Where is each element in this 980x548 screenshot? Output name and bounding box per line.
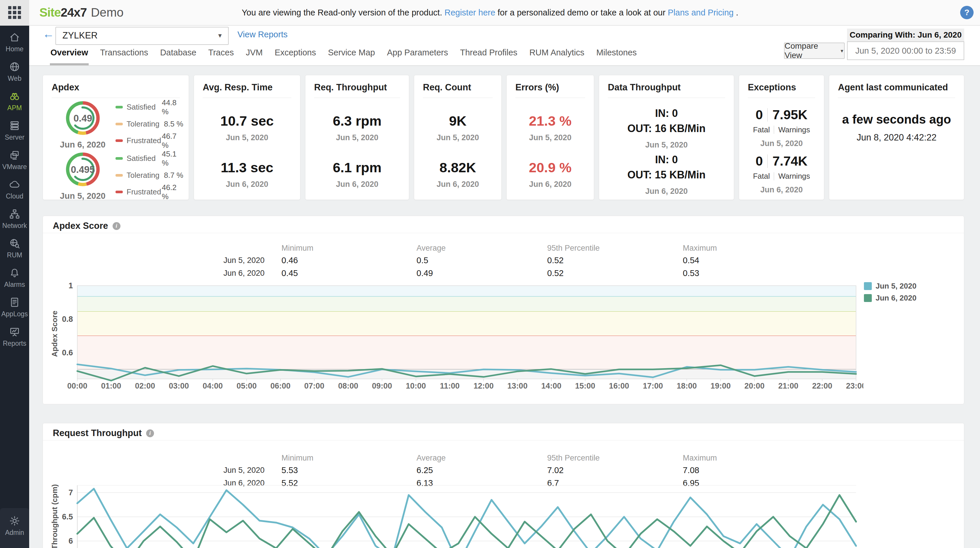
rum-icon: [9, 238, 21, 249]
row-label: Jun 5, 2020: [215, 256, 264, 265]
table-value: 0.49: [417, 268, 433, 278]
compare-view-button[interactable]: Compare View▼: [784, 43, 845, 59]
tab-rum-analytics[interactable]: RUM Analytics: [529, 48, 585, 65]
tab-milestones[interactable]: Milestones: [596, 48, 637, 65]
svg-text:00:00: 00:00: [67, 381, 87, 390]
req-throughput-card: Req. Throughput 6.3 rpmJun 5, 2020 6.1 r…: [305, 75, 409, 200]
tab-database[interactable]: Database: [159, 48, 197, 65]
sidebar-item-reports[interactable]: Reports: [0, 322, 29, 351]
col-header-95th: 95th Percentile: [547, 244, 600, 253]
svg-text:20:00: 20:00: [745, 381, 764, 390]
sidebar-item-cloud[interactable]: Cloud: [0, 175, 29, 204]
metric-value: 10.7 sec: [221, 113, 274, 129]
tab-app-parameters[interactable]: App Parameters: [387, 48, 449, 65]
apdex-card: Apdex 0.49 Jun 6, 2020 Satisfied44.8 % T…: [43, 75, 189, 200]
tab-exceptions[interactable]: Exceptions: [274, 48, 317, 65]
svg-text:10:00: 10:00: [406, 381, 426, 390]
svg-text:15:00: 15:00: [575, 381, 595, 390]
svg-text:12:00: 12:00: [474, 381, 494, 390]
metric-value: 6.1 rpm: [333, 159, 382, 175]
metric-date: Jun 6, 2020: [226, 180, 268, 189]
plans-pricing-link[interactable]: Plans and Pricing: [668, 8, 734, 17]
sidebar-item-network[interactable]: Network: [0, 204, 29, 233]
table-value: 0.46: [282, 256, 298, 265]
svg-text:08:00: 08:00: [338, 381, 358, 390]
table-value: 7.08: [683, 465, 699, 475]
satisfied-swatch: [116, 157, 123, 160]
admin-gear-icon: [9, 515, 21, 527]
apm-binoculars-icon: [9, 91, 21, 102]
apdex-chart-legend: Jun 5, 2020 Jun 6, 2020: [864, 281, 916, 305]
comparing-with-label: Comparing With: Jun 6, 2020: [847, 29, 964, 41]
sidebar-item-alarms[interactable]: Alarms: [0, 263, 29, 292]
time-range-picker[interactable]: Jun 5, 2020 00:00 to 23:59: [847, 41, 964, 60]
site24x7-logo[interactable]: Site24x7 Demo: [40, 0, 124, 25]
help-icon[interactable]: ?: [960, 6, 974, 19]
tab-bar: Overview Transactions Database Traces JV…: [50, 48, 637, 65]
apps-grid-button[interactable]: [0, 0, 29, 25]
sidebar-item-rum[interactable]: RUM: [0, 233, 29, 263]
card-title: Avg. Resp. Time: [203, 82, 291, 93]
row-label: Jun 5, 2020: [215, 466, 264, 475]
apps-grid-icon: [8, 6, 21, 19]
legend-item-jun6[interactable]: Jun 6, 2020: [864, 294, 916, 303]
col-header-minimum: Minimum: [282, 454, 313, 462]
server-icon: [9, 120, 21, 132]
tab-transactions[interactable]: Transactions: [99, 48, 149, 65]
svg-text:09:00: 09:00: [372, 381, 392, 390]
tolerating-swatch: [116, 174, 123, 176]
table-value: 6.25: [417, 465, 433, 475]
exceptions-card: Exceptions 07.95K FatalWarnings Jun 5, 2…: [739, 75, 824, 200]
application-selector[interactable]: ZYLKER ▼: [56, 27, 229, 45]
svg-text:0.49: 0.49: [73, 113, 92, 124]
svg-text:02:00: 02:00: [135, 381, 155, 390]
table-value: 7.02: [547, 465, 563, 475]
legend-item-jun5[interactable]: Jun 5, 2020: [864, 281, 916, 291]
tab-thread-profiles[interactable]: Thread Profiles: [460, 48, 518, 65]
svg-text:22:00: 22:00: [812, 381, 832, 390]
satisfied-swatch: [116, 106, 123, 108]
sidebar-item-web[interactable]: Web: [0, 57, 29, 86]
legend-swatch: [864, 294, 872, 302]
agent-timestamp: Jun 8, 2020 4:42:22: [829, 132, 964, 143]
tab-traces[interactable]: Traces: [208, 48, 234, 65]
tab-overview[interactable]: Overview: [50, 48, 89, 65]
col-header-minimum: Minimum: [282, 244, 313, 253]
svg-text:14:00: 14:00: [541, 381, 562, 390]
register-here-link[interactable]: Register here: [444, 8, 495, 17]
apdex-gauge-row-jun5: 0.495 Jun 5, 2020 Satisfied45.1 % Tolera…: [50, 151, 184, 209]
svg-text:17:00: 17:00: [643, 381, 663, 390]
errors-card: Errors (%) 21.3 %Jun 5, 2020 20.9 %Jun 6…: [506, 75, 594, 200]
sidebar-item-server[interactable]: Server: [0, 116, 29, 145]
svg-text:Throughput (cpm): Throughput (cpm): [50, 484, 59, 548]
svg-text:6.5: 6.5: [62, 512, 73, 521]
request-throughput-chart: 76.56Throughput (cpm): [44, 483, 863, 548]
legend-swatch: [864, 282, 872, 290]
svg-text:0.8: 0.8: [62, 315, 73, 324]
sidebar-item-apm[interactable]: APM: [0, 86, 29, 116]
sidebar-item-applogs[interactable]: AppLogs: [0, 292, 29, 322]
col-header-average: Average: [417, 454, 445, 462]
info-icon[interactable]: i: [113, 222, 121, 230]
apdex-gauge-legend: Satisfied45.1 % Tolerating8.7 % Frustrat…: [116, 151, 184, 209]
svg-text:05:00: 05:00: [237, 381, 257, 390]
table-value: 0.5: [417, 256, 428, 265]
web-globe-icon: [9, 61, 21, 73]
view-reports-link[interactable]: View Reports: [237, 30, 288, 39]
tab-service-map[interactable]: Service Map: [328, 48, 375, 65]
tab-jvm[interactable]: JVM: [245, 48, 263, 65]
apdex-gauge-jun5: 0.495: [64, 151, 102, 189]
card-title: Agent last communicated: [838, 82, 955, 93]
card-title: Exceptions: [748, 82, 815, 93]
svg-text:01:00: 01:00: [101, 381, 121, 390]
back-button[interactable]: ←: [43, 27, 54, 41]
metric-value: 9K: [449, 113, 466, 129]
metric-date: Jun 6, 2020: [437, 180, 479, 189]
sidebar-item-admin[interactable]: Admin: [0, 511, 29, 540]
metric-value: 6.3 rpm: [333, 113, 382, 129]
sidebar-item-home[interactable]: Home: [0, 27, 29, 57]
col-header-95th: 95th Percentile: [547, 454, 600, 462]
sidebar-item-vmware[interactable]: VMware: [0, 145, 29, 175]
info-icon[interactable]: i: [146, 429, 154, 437]
card-title: Req. Throughput: [314, 82, 400, 93]
